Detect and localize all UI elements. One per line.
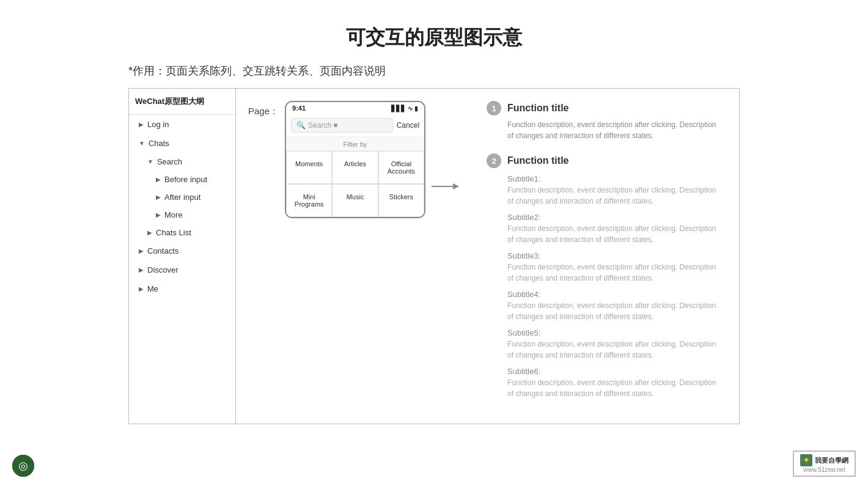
sidebar-item-label: Before input bbox=[164, 175, 207, 184]
search-dot bbox=[334, 123, 337, 127]
content-area: Page： 9:41 ▋▋▋ ∿ ▮ 🔍 Search bbox=[236, 89, 739, 424]
search-icon: 🔍 bbox=[296, 121, 306, 130]
description-panel: 1 Function title Function description, e… bbox=[480, 101, 727, 411]
svg-marker-1 bbox=[453, 183, 459, 189]
subtitle-6-desc: Function description, event description … bbox=[507, 377, 721, 399]
filter-moments[interactable]: Moments bbox=[286, 151, 332, 184]
arrow-icon: ▶ bbox=[156, 194, 161, 200]
sidebar-item-label: Contacts bbox=[147, 246, 178, 256]
sidebar-item-chats[interactable]: ▼ Chats bbox=[129, 134, 235, 153]
sidebar-item-before-input[interactable]: ▶ Before input bbox=[129, 171, 235, 188]
arrow-icon: ▼ bbox=[147, 158, 153, 165]
battery-icon: ▮ bbox=[414, 105, 418, 112]
logo-name-top: 我要自學網 bbox=[815, 456, 848, 465]
function-number-1: 1 bbox=[487, 101, 501, 116]
arrow-icon: ▶ bbox=[156, 211, 161, 218]
subtitle-6-label: Subtitle6: bbox=[507, 367, 721, 376]
function-number-2: 2 bbox=[487, 153, 501, 168]
search-input-mock[interactable]: 🔍 Search bbox=[291, 118, 393, 133]
sidebar-item-chats-list[interactable]: ▶ Chats List bbox=[129, 224, 235, 241]
sidebar-item-me[interactable]: ▶ Me bbox=[129, 279, 235, 298]
bottom-logo-icon: ◎ bbox=[12, 455, 34, 477]
page-label: Page： bbox=[248, 106, 279, 117]
sidebar-item-discover[interactable]: ▶ Discover bbox=[129, 260, 235, 279]
function-title-1: Function title bbox=[507, 103, 568, 114]
subtitle-1-label: Subtitle1: bbox=[507, 174, 721, 183]
sidebar-header: WeChat原型图大纲 bbox=[129, 89, 235, 115]
subtitle-3-label: Subtitle3: bbox=[507, 251, 721, 260]
main-container: WeChat原型图大纲 ▶ Log in ▼ Chats ▼ Search ▶ … bbox=[128, 88, 740, 424]
sidebar-item-label: Discover bbox=[147, 265, 178, 274]
function-block-1: 1 Function title Function description, e… bbox=[487, 101, 721, 141]
subtitle-5-label: Subtitle5: bbox=[507, 328, 721, 337]
sidebar-item-contacts[interactable]: ▶ Contacts bbox=[129, 241, 235, 260]
function-title-2: Function title bbox=[507, 155, 568, 166]
arrow-icon: ▶ bbox=[156, 176, 161, 183]
subtitle-1-desc: Function description, event description … bbox=[507, 185, 721, 207]
sidebar-item-login[interactable]: ▶ Log in bbox=[129, 115, 235, 134]
sidebar-item-search[interactable]: ▼ Search bbox=[129, 153, 235, 171]
filter-grid: Moments Articles OfficialAccounts MiniPr… bbox=[286, 150, 424, 217]
subtitle-2-label: Subtitle2: bbox=[507, 213, 721, 222]
sidebar-item-label: Chats bbox=[149, 139, 169, 148]
sidebar-item-label: Chats List bbox=[156, 228, 191, 237]
subtitle-3-desc: Function description, event description … bbox=[507, 262, 721, 284]
arrow-icon: ▶ bbox=[139, 285, 144, 292]
signal-icon: ▋▋▋ bbox=[391, 105, 406, 112]
logo-name-bottom: www.51zxw.net bbox=[800, 466, 848, 473]
subtitle-4-label: Subtitle4: bbox=[507, 290, 721, 299]
subtitle-4-desc: Function description, event description … bbox=[507, 300, 721, 322]
svg-text:◎: ◎ bbox=[18, 460, 28, 472]
sidebar: WeChat原型图大纲 ▶ Log in ▼ Chats ▼ Search ▶ … bbox=[129, 89, 236, 424]
sidebar-item-label: After input bbox=[164, 193, 200, 202]
page-subtitle: *作用：页面关系陈列、交互跳转关系、页面内容说明 bbox=[0, 64, 868, 88]
subtitle-5-desc: Function description, event description … bbox=[507, 339, 721, 361]
wifi-icon: ∿ bbox=[408, 105, 413, 112]
filter-stickers[interactable]: Stickers bbox=[378, 184, 424, 217]
arrow-icon: ▼ bbox=[139, 140, 145, 147]
arrow-icon: ▶ bbox=[139, 248, 144, 254]
subtitle-2-desc: Function description, event description … bbox=[507, 223, 721, 245]
sidebar-item-after-input[interactable]: ▶ After input bbox=[129, 188, 235, 206]
connector-arrow bbox=[432, 180, 462, 193]
phone-section: Page： 9:41 ▋▋▋ ∿ ▮ 🔍 Search bbox=[248, 101, 462, 411]
filter-mini-programs[interactable]: MiniPrograms bbox=[286, 184, 332, 217]
arrow-icon: ▶ bbox=[147, 229, 152, 236]
function-block-2: 2 Function title Subtitle1: Function des… bbox=[487, 153, 721, 399]
page-title: 可交互的原型图示意 bbox=[0, 0, 868, 64]
function-header-2: 2 Function title bbox=[487, 153, 721, 168]
sidebar-item-label: More bbox=[164, 210, 183, 219]
function-header-1: 1 Function title bbox=[487, 101, 721, 116]
cancel-button[interactable]: Cancel bbox=[397, 121, 419, 130]
arrow-icon: ▶ bbox=[139, 121, 144, 128]
bottom-right-logo: ✦ 我要自學網 www.51zxw.net bbox=[793, 450, 856, 477]
logo-top-text: ✦ 我要自學網 bbox=[800, 454, 848, 466]
search-placeholder: Search bbox=[308, 121, 331, 130]
phone-time: 9:41 bbox=[292, 105, 306, 112]
status-icons: ▋▋▋ ∿ ▮ bbox=[391, 105, 418, 112]
sidebar-item-label: Me bbox=[147, 284, 158, 293]
phone-search-bar: 🔍 Search Cancel bbox=[286, 114, 424, 137]
logo-green-icon: ✦ bbox=[800, 454, 812, 466]
sidebar-item-label: Log in bbox=[147, 120, 169, 129]
filter-articles[interactable]: Articles bbox=[332, 151, 378, 184]
filter-official-accounts[interactable]: OfficialAccounts bbox=[378, 151, 424, 184]
phone-status-bar: 9:41 ▋▋▋ ∿ ▮ bbox=[286, 102, 424, 114]
arrow-icon: ▶ bbox=[139, 267, 144, 273]
sidebar-item-more[interactable]: ▶ More bbox=[129, 206, 235, 224]
function-desc-1: Function description, event description … bbox=[507, 119, 721, 141]
phone-mockup: 9:41 ▋▋▋ ∿ ▮ 🔍 Search Cancel bbox=[285, 101, 425, 218]
sidebar-item-label: Search bbox=[157, 157, 182, 166]
filter-music[interactable]: Music bbox=[332, 184, 378, 217]
filter-by-label: Filter by bbox=[286, 137, 424, 150]
